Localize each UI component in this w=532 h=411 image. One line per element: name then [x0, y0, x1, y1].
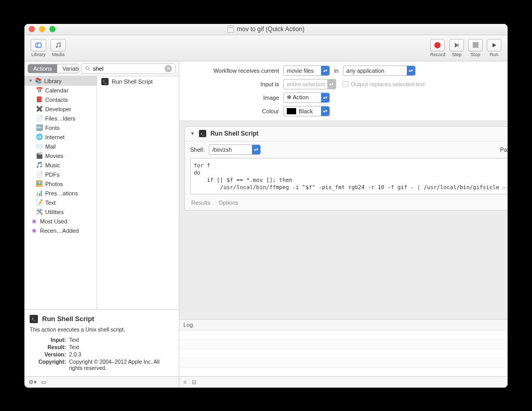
tab-variables[interactable]: Variables: [57, 64, 79, 73]
music-icon: [55, 42, 62, 49]
category-utilities[interactable]: 🛠️Utilities: [24, 207, 97, 217]
updown-icon: ▴▾: [321, 107, 329, 116]
category-internet[interactable]: 🌐Internet: [24, 132, 97, 142]
utilities-icon: 🛠️: [36, 208, 43, 216]
receives-select[interactable]: movie files▴▾: [283, 65, 330, 76]
window-controls: [29, 26, 56, 32]
category-fonts[interactable]: 🔤Fonts: [24, 123, 97, 132]
terminal-icon: ›_: [30, 315, 38, 323]
category-developer[interactable]: ✖️Developer: [24, 104, 97, 114]
mail-icon: ✉️: [36, 143, 43, 150]
record-toolbar-button[interactable]: Record: [428, 38, 447, 58]
stop-label: Stop: [471, 52, 481, 57]
action-run-shell-script-box: ▼ ›_ Run Shell Script × Shell: /bin/zsh▴…: [184, 126, 508, 211]
receives-label: Workflow receives current: [185, 68, 279, 74]
category-files[interactable]: 📄Files…lders: [24, 114, 97, 123]
chevron-down-icon: ▼: [29, 78, 33, 83]
input-is-select: entire selection▴▾: [283, 79, 336, 89]
svg-point-3: [59, 45, 60, 47]
window-title: mov to gif (Quick Action): [228, 25, 304, 33]
action-title: Run Shell Script: [210, 130, 259, 137]
library-icon: 📚: [35, 77, 42, 85]
library-toolbar-button[interactable]: Library: [29, 38, 48, 58]
image-select[interactable]: ✻ Action▴▾: [283, 92, 330, 103]
action-results: ›_ Run Shell Script: [97, 76, 179, 309]
svg-point-2: [56, 46, 58, 48]
close-window-button[interactable]: [29, 26, 35, 32]
step-toolbar-button[interactable]: Step: [447, 38, 466, 58]
step-label: Step: [452, 52, 462, 57]
category-movies[interactable]: 🎬Movies: [24, 151, 97, 161]
script-editor[interactable]: for f do if [[ $f == *.mov ]]; then /usr…: [190, 158, 508, 195]
svg-line-5: [89, 69, 90, 71]
image-label: Image: [185, 95, 279, 101]
svg-rect-0: [36, 43, 42, 47]
movie-icon: 🎬: [36, 152, 43, 160]
log-row: [179, 340, 508, 349]
calendar-icon: 📅: [36, 87, 43, 94]
disclosure-button[interactable]: ▼: [190, 131, 195, 136]
terminal-icon: ›_: [199, 130, 206, 137]
input-is-label: Input is: [185, 81, 279, 87]
updown-icon: ▴▾: [327, 79, 336, 89]
tab-actions[interactable]: Actions: [28, 64, 57, 73]
action-result-label: Run Shell Script: [112, 78, 153, 85]
media-label: Media: [52, 52, 65, 57]
log-row: [179, 359, 508, 368]
font-icon: 🔤: [36, 124, 43, 131]
media-toolbar-button[interactable]: Media: [48, 38, 68, 58]
log-row: [179, 349, 508, 359]
action-info-pane: ›_Run Shell Script This action executes …: [24, 310, 179, 376]
library-categories: ▼ 📚 Library 📅Calendar 📕Contacts ✖️Develo…: [24, 76, 97, 309]
run-toolbar-button[interactable]: Run: [485, 38, 503, 58]
sidebar-icon: [35, 42, 42, 49]
action-run-shell-script[interactable]: ›_ Run Shell Script: [97, 76, 179, 87]
developer-icon: ✖️: [36, 105, 43, 113]
category-photos[interactable]: 🖼️Photos: [24, 179, 97, 189]
options-tab[interactable]: Options: [219, 200, 238, 206]
category-pdfs[interactable]: 📄PDFs: [24, 170, 97, 179]
smart-recently-added[interactable]: ◉Recen…Added: [24, 226, 97, 235]
toolbar: Library Media Record Step Stop Run: [24, 35, 508, 61]
pdf-icon: 📄: [36, 171, 43, 178]
info-description: This action executes a Unix shell script…: [30, 326, 174, 333]
log-col-header: Log: [183, 322, 508, 328]
toggle-description-button[interactable]: ▭: [41, 379, 46, 386]
play-icon: [490, 42, 498, 49]
category-calendar[interactable]: 📅Calendar: [24, 86, 97, 95]
colour-swatch: [287, 108, 296, 114]
globe-icon: 🌐: [36, 134, 43, 141]
file-icon: 📄: [36, 115, 43, 122]
category-music[interactable]: 🎵Music: [24, 161, 97, 170]
library-label: Library: [31, 52, 46, 57]
updown-icon: ▴▾: [252, 145, 260, 154]
search-field[interactable]: ✕: [81, 63, 176, 74]
shell-select[interactable]: /bin/zsh▴▾: [209, 144, 261, 155]
updown-icon: ▴▾: [407, 66, 415, 75]
updown-icon: ▴▾: [321, 66, 329, 75]
view-list-button[interactable]: ≡: [183, 379, 187, 385]
document-icon: [228, 25, 234, 33]
category-text[interactable]: 📝Text: [24, 198, 97, 207]
music-icon: 🎵: [36, 162, 43, 169]
stop-toolbar-button[interactable]: Stop: [466, 38, 485, 58]
search-input[interactable]: [93, 65, 165, 72]
colour-select[interactable]: Black▴▾: [283, 106, 330, 116]
record-label: Record: [430, 52, 445, 57]
category-presentations[interactable]: 📊Pres…ations: [24, 189, 97, 198]
application-select[interactable]: any application▴▾: [343, 65, 416, 76]
clear-search-button[interactable]: ✕: [165, 65, 172, 72]
minimize-window-button[interactable]: [39, 26, 45, 32]
contacts-icon: 📕: [36, 96, 43, 103]
view-flow-button[interactable]: ⊟: [192, 379, 196, 386]
category-mail[interactable]: ✉️Mail: [24, 142, 97, 151]
smart-most-used[interactable]: ◉Most Used: [24, 217, 97, 226]
library-root[interactable]: ▼ 📚 Library: [24, 76, 97, 86]
zoom-window-button[interactable]: [49, 26, 56, 32]
smart-folder-icon: ◉: [31, 218, 38, 225]
svg-point-4: [86, 67, 89, 70]
category-contacts[interactable]: 📕Contacts: [24, 95, 97, 104]
results-tab[interactable]: Results: [191, 200, 210, 206]
library-root-label: Library: [44, 78, 62, 84]
gear-menu-button[interactable]: ⚙︎▾: [29, 379, 37, 386]
